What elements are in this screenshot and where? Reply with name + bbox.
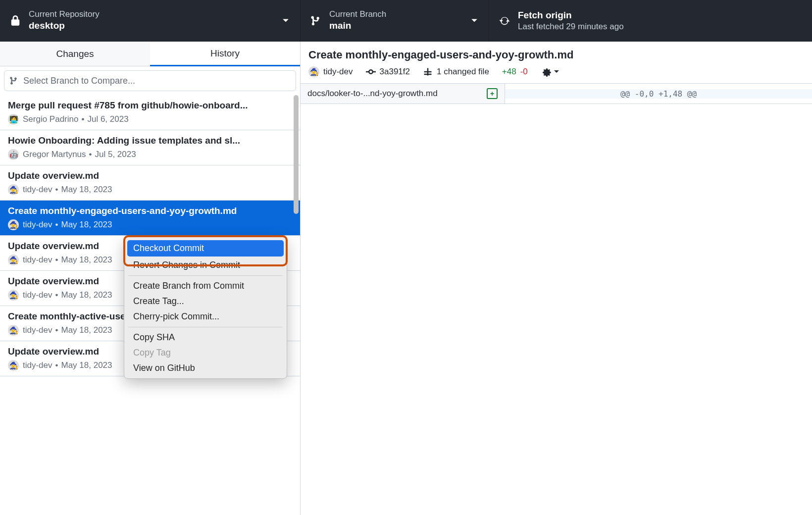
commit-date: May 18, 2023 [61, 360, 112, 370]
branch-name: main [329, 20, 386, 32]
fetch-origin-button[interactable]: Fetch origin Last fetched 29 minutes ago [489, 0, 812, 42]
commit-item[interactable]: Create monthly-engaged-users-and-yoy-gro… [0, 201, 300, 236]
git-branch-icon [9, 76, 18, 85]
commit-date: May 18, 2023 [61, 220, 112, 230]
commit-date: Jul 6, 2023 [87, 114, 128, 124]
commit-date: May 18, 2023 [61, 290, 112, 300]
commit-author: tidy-dev [23, 290, 52, 300]
gear-icon [541, 66, 552, 77]
commit-title: Create monthly-engaged-users-and-yoy-gro… [8, 206, 292, 216]
file-added-icon: + [487, 88, 498, 99]
commit-title: Merge pull request #785 from github/howi… [8, 100, 292, 111]
tab-history[interactable]: History [150, 42, 300, 66]
commit-item[interactable]: Update overview.md🧙tidy-dev•May 18, 2023 [0, 165, 300, 201]
repo-name: desktop [29, 20, 100, 32]
branch-label: Current Branch [329, 9, 386, 19]
commit-item[interactable]: Merge pull request #785 from github/howi… [0, 95, 300, 130]
author-avatar: 🧙 [8, 325, 19, 336]
right-panel: Create monthly-engaged-users-and-yoy-gro… [301, 42, 812, 515]
file-path: docs/looker-to-...nd-yoy-growth.md [307, 89, 438, 99]
menu-cherry-pick[interactable]: Cherry-pick Commit... [124, 309, 287, 324]
author-avatar: 🧙 [308, 66, 319, 77]
commit-title: Update overview.md [8, 170, 292, 181]
author-avatar: 🧑‍💻 [8, 114, 19, 125]
commit-author: tidy-dev [23, 255, 52, 265]
menu-revert-commit[interactable]: Revert Changes in Commit [124, 258, 287, 273]
menu-view-github[interactable]: View on GitHub [124, 360, 287, 376]
commit-context-menu: Checkout Commit Revert Changes in Commit… [124, 236, 287, 379]
commit-title: Howie Onboarding: Adding issue templates… [8, 135, 292, 146]
diff-deletions: -0 [520, 67, 528, 77]
sync-icon [498, 14, 511, 27]
diff-icon [423, 67, 433, 77]
caret-down-icon [554, 70, 559, 74]
commit-item[interactable]: Howie Onboarding: Adding issue templates… [0, 130, 300, 165]
scrollbar-thumb[interactable] [294, 95, 299, 214]
branch-compare-select[interactable]: Select Branch to Compare... [4, 70, 296, 91]
commit-sha: 3a391f2 [380, 67, 410, 77]
menu-separator [128, 275, 283, 276]
top-toolbar: Current Repository desktop Current Branc… [0, 0, 812, 42]
hunk-header: @@ -0,0 +1,48 @@ [505, 89, 812, 99]
caret-down-icon [282, 17, 289, 25]
git-branch-icon [309, 14, 322, 27]
commit-author: Sergio Padrino [23, 114, 78, 124]
commit-author: tidy-dev [323, 67, 353, 77]
menu-create-branch[interactable]: Create Branch from Commit [124, 278, 287, 294]
commit-author: tidy-dev [23, 185, 52, 195]
repo-label: Current Repository [29, 9, 100, 19]
author-avatar: 🤖 [8, 149, 19, 160]
commit-author: tidy-dev [23, 325, 52, 335]
diff-options-button[interactable] [541, 66, 559, 77]
menu-create-tag[interactable]: Create Tag... [124, 294, 287, 309]
commit-detail-title: Create monthly-engaged-users-and-yoy-gro… [308, 49, 804, 61]
author-avatar: 🧙 [8, 184, 19, 195]
commit-date: Jul 5, 2023 [95, 150, 136, 159]
commit-author: Gregor Martynus [23, 150, 86, 159]
tab-changes[interactable]: Changes [0, 42, 150, 66]
fetch-status: Last fetched 29 minutes ago [518, 22, 624, 32]
branch-selector[interactable]: Current Branch main [301, 0, 489, 42]
branch-compare-placeholder: Select Branch to Compare... [23, 76, 135, 86]
author-avatar: 🧙 [8, 219, 19, 230]
caret-down-icon [471, 17, 478, 25]
commit-author: tidy-dev [23, 220, 52, 230]
commit-author: tidy-dev [23, 360, 52, 370]
repo-selector[interactable]: Current Repository desktop [0, 0, 301, 42]
menu-checkout-commit[interactable]: Checkout Commit [127, 240, 284, 257]
fetch-label: Fetch origin [518, 9, 624, 22]
commit-icon [366, 67, 376, 77]
commit-date: May 18, 2023 [61, 325, 112, 335]
menu-copy-sha[interactable]: Copy SHA [124, 330, 287, 345]
commit-date: May 18, 2023 [61, 255, 112, 265]
author-avatar: 🧙 [8, 255, 19, 265]
menu-separator [128, 327, 283, 327]
author-avatar: 🧙 [8, 360, 19, 371]
author-avatar: 🧙 [8, 290, 19, 301]
svg-rect-3 [424, 74, 431, 75]
left-tabs: Changes History [0, 42, 300, 66]
menu-copy-tag: Copy Tag [124, 345, 287, 360]
svg-point-0 [369, 70, 373, 74]
file-list-item[interactable]: docs/looker-to-...nd-yoy-growth.md + [301, 84, 505, 103]
commit-date: May 18, 2023 [61, 185, 112, 195]
changed-files: 1 changed file [437, 67, 489, 77]
lock-icon [9, 14, 22, 27]
diff-additions: +48 [502, 67, 516, 77]
